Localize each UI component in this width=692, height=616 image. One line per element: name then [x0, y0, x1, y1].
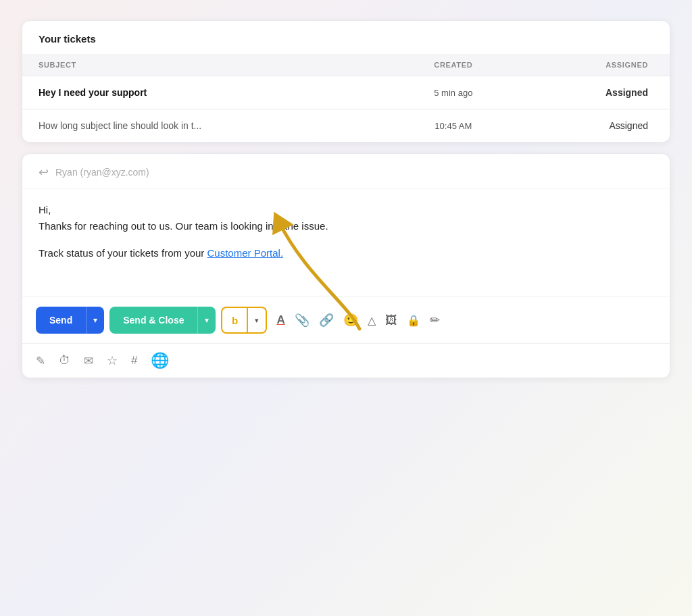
- tickets-table: SUBJECT CREATED ASSIGNED Hey I need your…: [22, 54, 670, 142]
- tickets-section: Your tickets SUBJECT CREATED ASSIGNED He…: [22, 20, 670, 143]
- star-icon[interactable]: ☆: [107, 353, 118, 368]
- badge-icon-dropdown[interactable]: ▾: [248, 307, 267, 334]
- hash-icon[interactable]: #: [131, 354, 137, 367]
- send-dropdown-arrow: ▾: [93, 315, 97, 325]
- send-button-group: Send ▾: [36, 307, 104, 334]
- ticket-created: 5 min ago: [387, 76, 520, 109]
- clock-icon[interactable]: ⏱: [59, 354, 70, 367]
- globe-icon[interactable]: 🌐: [151, 352, 169, 369]
- send-close-dropdown-button[interactable]: ▾: [197, 307, 216, 334]
- lock-icon[interactable]: 🔒: [407, 314, 420, 327]
- body-line3: Track status of your tickets from your C…: [39, 245, 653, 261]
- ticket-subject: How long subject line should look in t..…: [22, 109, 387, 143]
- col-header-assigned: ASSIGNED: [520, 54, 670, 76]
- toolbar-icons: A 📎 🔗 🙂 △ 🖼 🔒 ✏: [276, 313, 439, 328]
- table-row[interactable]: How long subject line should look in t..…: [22, 109, 670, 143]
- send-close-dropdown-arrow: ▾: [205, 315, 209, 325]
- emoji-icon[interactable]: 🙂: [343, 313, 358, 328]
- badge-icon-label: b: [232, 315, 238, 326]
- bottom-toolbar: ✎ ⏱ ✉ ☆ # 🌐: [22, 343, 670, 378]
- ticket-created: 10:45 AM: [387, 109, 520, 143]
- table-row[interactable]: Hey I need your support 5 min ago Assign…: [22, 76, 670, 109]
- mail-icon[interactable]: ✉: [84, 354, 93, 368]
- send-button[interactable]: Send: [36, 307, 86, 334]
- pen-icon[interactable]: ✏: [430, 313, 440, 328]
- link-icon[interactable]: 🔗: [319, 313, 334, 328]
- compose-section: ↩ Ryan (ryan@xyz.com) Hi, Thanks for rea…: [22, 153, 670, 378]
- badge-dropdown-arrow: ▾: [255, 316, 259, 325]
- compose-toolbar: Send ▾ Send & Close ▾ b: [22, 297, 670, 343]
- annotation-container: ↩ Ryan (ryan@xyz.com) Hi, Thanks for rea…: [22, 153, 670, 378]
- col-header-subject: SUBJECT: [22, 54, 387, 76]
- recipient-text: Ryan (ryan@xyz.com): [55, 167, 149, 178]
- send-close-button[interactable]: Send & Close: [109, 307, 197, 334]
- body-line1: Hi,: [39, 202, 653, 218]
- ticket-assigned: Assigned: [520, 109, 670, 143]
- edit-icon[interactable]: ✎: [36, 354, 45, 368]
- body-line2: Thanks for reaching out to us. Our team …: [39, 218, 653, 234]
- send-dropdown-button[interactable]: ▾: [86, 307, 104, 334]
- reply-icon: ↩: [39, 165, 49, 180]
- send-close-button-group: Send & Close ▾: [109, 307, 216, 334]
- image-icon[interactable]: 🖼: [385, 313, 397, 328]
- customer-portal-link[interactable]: Customer Portal.: [207, 247, 284, 259]
- compose-body[interactable]: Hi, Thanks for reaching out to us. Our t…: [22, 188, 670, 297]
- compose-header: ↩ Ryan (ryan@xyz.com): [22, 154, 670, 188]
- tickets-title: Your tickets: [22, 21, 670, 54]
- badge-icon-button[interactable]: b: [221, 307, 248, 334]
- font-color-icon[interactable]: A: [276, 313, 285, 327]
- warning-icon[interactable]: △: [368, 314, 376, 327]
- icon-badge-group: b ▾: [221, 307, 267, 334]
- ticket-subject: Hey I need your support: [22, 76, 387, 109]
- attachment-icon[interactable]: 📎: [295, 313, 310, 328]
- ticket-assigned: Assigned: [520, 76, 670, 109]
- col-header-created: CREATED: [387, 54, 520, 76]
